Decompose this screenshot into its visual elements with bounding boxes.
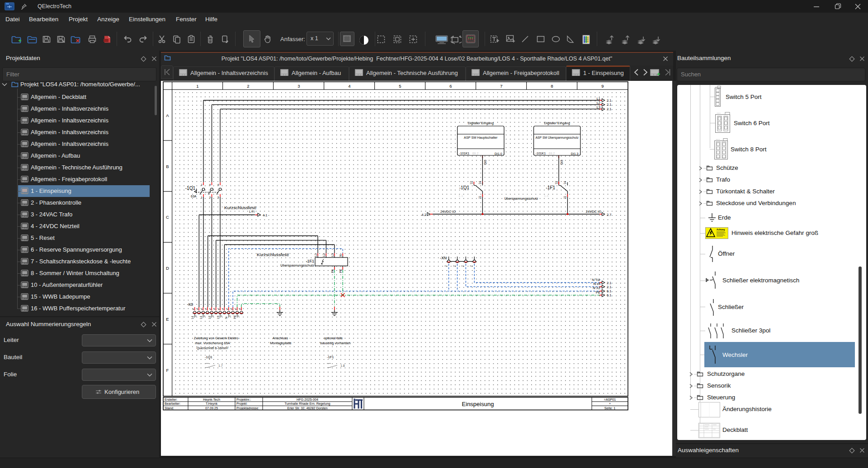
svg-text:2.1: 2.1	[607, 107, 611, 111]
svg-text:1.8: 1.8	[340, 364, 345, 367]
svg-text:Projektadresse:: Projektadresse:	[236, 406, 259, 410]
svg-text:bauseitig vorhanden: bauseitig vorhanden	[320, 341, 351, 345]
svg-text:3: 3	[297, 84, 300, 89]
svg-text:Ersteller:: Ersteller:	[165, 398, 177, 402]
svg-text:D: D	[166, 266, 169, 271]
svg-text:c: c	[195, 314, 197, 317]
svg-text:12: 12	[470, 181, 473, 184]
svg-text:Z: Z	[453, 265, 456, 267]
svg-text:6: 6	[449, 84, 452, 89]
svg-text:-1F1: -1F1	[546, 185, 555, 190]
svg-text:b: b	[214, 308, 215, 310]
svg-text:63A: 63A	[191, 195, 197, 198]
svg-text:L3: L3	[597, 105, 600, 109]
svg-text:L1: L1	[199, 315, 203, 319]
svg-text:c: c	[221, 314, 222, 317]
svg-text:2: 2	[247, 84, 249, 89]
svg-text:Z: Z	[461, 265, 464, 267]
svg-text:N int: N int	[594, 282, 601, 286]
svg-text:DI1.0: DI1.0	[495, 152, 502, 155]
svg-text:DI1.3: DI1.3	[571, 152, 579, 155]
svg-text:L1: L1	[314, 253, 317, 257]
svg-text:1.4: 1.4	[544, 194, 548, 198]
svg-text:Seite: 1: Seite: 1	[604, 406, 615, 410]
svg-text:-XN: -XN	[440, 256, 447, 260]
svg-text:Projekt:: Projekt:	[236, 402, 247, 406]
svg-text:b: b	[231, 308, 232, 310]
svg-text:L1: L1	[191, 315, 194, 319]
svg-text:DI3: DI3	[560, 160, 563, 165]
svg-text:a: a	[210, 308, 211, 310]
svg-text:11: 11	[478, 196, 481, 199]
svg-text:+: +	[609, 402, 611, 406]
svg-text:-101K1: -101K1	[459, 152, 470, 155]
svg-text:24VDC IO: 24VDC IO	[440, 210, 456, 214]
svg-text:2.1: 2.1	[607, 103, 611, 107]
svg-text:69.2: 69.2	[549, 152, 555, 155]
svg-text:4.1: 4.1	[263, 213, 267, 217]
svg-text:Bearbeiter:: Bearbeiter:	[165, 402, 180, 406]
svg-text:L1: L1	[597, 97, 600, 101]
svg-text:2.1: 2.1	[607, 98, 611, 103]
svg-text:8: 8	[551, 84, 553, 89]
svg-text:PE: PE	[233, 315, 236, 319]
svg-text:Einspeisung: Einspeisung	[462, 401, 494, 407]
svg-text:6.1: 6.1	[607, 289, 611, 293]
svg-text:T.Heynk: T.Heynk	[206, 402, 217, 406]
svg-text:b: b	[222, 308, 224, 310]
svg-text:-1Q1: -1Q1	[185, 186, 196, 191]
svg-text:c: c	[212, 314, 214, 317]
svg-text:11: 11	[563, 196, 566, 199]
svg-text:2.1: 2.1	[607, 285, 611, 289]
svg-text:14: 14	[478, 181, 481, 184]
svg-text:Digitaler Eingang: Digitaler Eingang	[468, 121, 494, 125]
svg-text:-1Q1: -1Q1	[459, 185, 470, 190]
svg-text:2.1: 2.1	[607, 281, 611, 285]
svg-text:c: c	[229, 314, 231, 317]
svg-text:14: 14	[563, 181, 566, 184]
svg-text:L3: L3	[331, 253, 334, 257]
svg-text:Querschnitt 6-16mm²: Querschnitt 6-16mm²	[197, 346, 229, 350]
svg-text:-1Q1: -1Q1	[205, 355, 212, 359]
svg-text:Turnhalle Rhade Ern. Regelung: Turnhalle Rhade Ern. Regelung	[285, 402, 330, 406]
svg-text:c: c	[238, 314, 239, 317]
svg-text:L2: L2	[597, 101, 600, 105]
svg-text:L3: L3	[217, 315, 220, 319]
svg-text:N Tür: N Tür	[592, 278, 600, 282]
svg-text:c: c	[204, 314, 205, 317]
svg-text:a: a	[193, 308, 194, 310]
svg-text:24VDC IO: 24VDC IO	[586, 210, 601, 214]
svg-text:Überspannungsschutz: Überspannungsschutz	[505, 197, 538, 201]
svg-text:a: a	[201, 308, 203, 310]
svg-text:B: B	[166, 164, 169, 169]
svg-text:Projektnr.:: Projektnr.:	[236, 398, 251, 402]
svg-text:Achtung: Achtung	[717, 229, 725, 231]
svg-text:Montageplatte: Montageplatte	[270, 341, 292, 345]
svg-text:07.09.25: 07.09.25	[205, 406, 218, 410]
svg-text:L2: L2	[208, 315, 211, 319]
svg-text:a: a	[218, 308, 220, 310]
svg-text:DI0: DI0	[484, 160, 487, 165]
svg-text:Zuleitung von Gewerk Elektro: Zuleitung von Gewerk Elektro	[194, 336, 238, 340]
svg-text:Kurzschlussfest!: Kurzschlussfest!	[257, 252, 289, 257]
svg-text:ASP SM Überspannungsschutz: ASP SM Überspannungsschutz	[536, 136, 579, 140]
svg-text:HFG-2025-004: HFG-2025-004	[297, 398, 318, 402]
svg-text:Digitaler Eingang: Digitaler Eingang	[544, 121, 570, 125]
svg-text:1: 1	[196, 84, 198, 89]
svg-text:optional falls: optional falls	[324, 336, 343, 340]
svg-text:4: 4	[348, 84, 350, 89]
svg-text:1.7: 1.7	[218, 364, 223, 367]
svg-text:C: C	[166, 215, 169, 220]
svg-text:F: F	[166, 368, 169, 373]
svg-text:Kurzschlussfest!: Kurzschlussfest!	[224, 205, 256, 210]
svg-text:N: N	[339, 254, 342, 257]
svg-text:Heynk-Tech: Heynk-Tech	[203, 398, 220, 402]
svg-text:6.1: 6.1	[607, 293, 611, 297]
svg-text:-101K1: -101K1	[536, 152, 546, 155]
svg-text:-X0: -X0	[187, 302, 193, 307]
svg-text:Z: Z	[444, 265, 448, 267]
svg-text:PE: PE	[596, 290, 600, 295]
svg-text:Erler Str. 32, 46282 Dorsten: Erler Str. 32, 46282 Dorsten	[287, 406, 327, 410]
svg-text:=ASP01: =ASP01	[604, 398, 616, 402]
svg-text:L2: L2	[322, 253, 326, 257]
